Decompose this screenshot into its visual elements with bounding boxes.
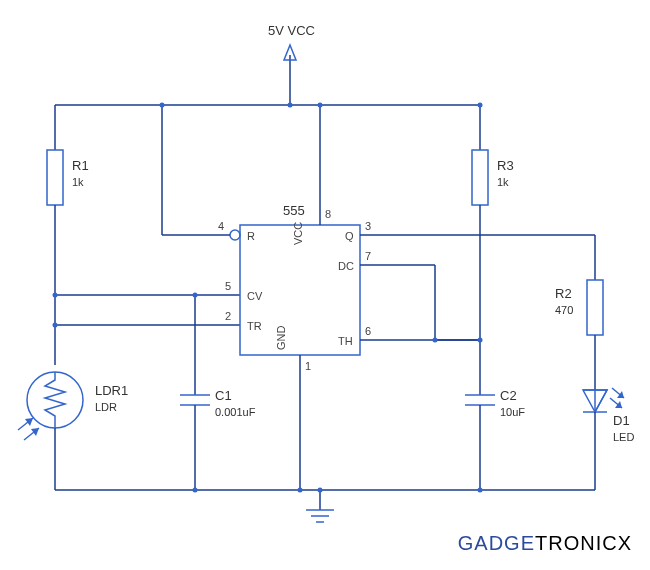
pin6-num: 6 (365, 325, 371, 337)
c1-value: 0.001uF (215, 406, 256, 418)
pin1-num: 1 (305, 360, 311, 372)
capacitor-c2 (465, 395, 495, 405)
ldr-symbol (18, 372, 83, 440)
svg-marker-4 (31, 428, 39, 436)
resistor-r3 (472, 150, 488, 205)
ground-icon (306, 510, 334, 522)
d1-ref: D1 (613, 413, 630, 428)
pin3-num: 3 (365, 220, 371, 232)
junction-dot (318, 103, 323, 108)
pin-vcc-label: VCC (292, 222, 304, 245)
watermark: GADGETRONICX (458, 532, 632, 555)
pin-tr-label: TR (247, 320, 262, 332)
junction-dot (478, 338, 483, 343)
junction-dot (193, 293, 198, 298)
r3-value: 1k (497, 176, 509, 188)
pin2-num: 2 (225, 310, 231, 322)
d1-value: LED (613, 431, 634, 443)
vcc-label: 5V VCC (268, 23, 315, 38)
junction-dot (478, 103, 483, 108)
svg-marker-12 (583, 390, 607, 412)
c1-ref: C1 (215, 388, 232, 403)
pin-cv-label: CV (247, 290, 263, 302)
svg-marker-2 (25, 418, 33, 426)
r2-value: 470 (555, 304, 573, 316)
junction-dot (318, 488, 323, 493)
svg-marker-16 (615, 401, 622, 408)
r1-ref: R1 (72, 158, 89, 173)
junction-dot (478, 488, 483, 493)
circuit-schematic: 5V VCC R1 1k LDR1 LDR C1 0.001uF 5 (0, 0, 650, 570)
pin-q-label: Q (345, 230, 354, 242)
junction-dot (160, 103, 165, 108)
pin-r-label: R (247, 230, 255, 242)
c2-value: 10uF (500, 406, 525, 418)
pin4-bubble-icon (230, 230, 240, 240)
capacitor-c1 (180, 395, 210, 405)
junction-dot (53, 293, 58, 298)
pin-th-label: TH (338, 335, 353, 347)
pin-gnd-label: GND (275, 326, 287, 351)
pin4-num: 4 (218, 220, 224, 232)
r3-ref: R3 (497, 158, 514, 173)
svg-marker-18 (617, 391, 624, 398)
resistor-r1 (47, 150, 63, 205)
pin5-num: 5 (225, 280, 231, 292)
c2-ref: C2 (500, 388, 517, 403)
junction-dot (298, 488, 303, 493)
watermark-part2: TRONICX (535, 532, 632, 554)
ldr1-value: LDR (95, 401, 117, 413)
watermark-part1: GADGE (458, 532, 535, 554)
resistor-r2 (587, 280, 603, 335)
r2-ref: R2 (555, 286, 572, 301)
junction-dot (53, 323, 58, 328)
pin8-num: 8 (325, 208, 331, 220)
r1-value: 1k (72, 176, 84, 188)
pin7-num: 7 (365, 250, 371, 262)
led-d1 (583, 388, 624, 412)
ldr1-ref: LDR1 (95, 383, 128, 398)
junction-dot (433, 338, 438, 343)
ic-name: 555 (283, 203, 305, 218)
junction-dot (193, 488, 198, 493)
pin-dc-label: DC (338, 260, 354, 272)
junction-dot (288, 103, 293, 108)
